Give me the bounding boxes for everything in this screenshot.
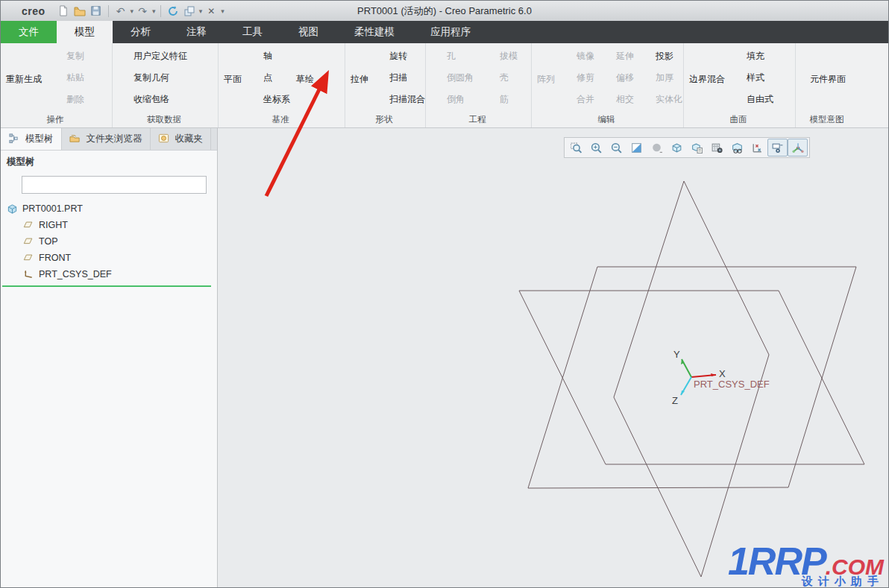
mirror-button[interactable]: 镜像 — [559, 45, 597, 67]
shell-button[interactable]: 壳 — [482, 67, 523, 89]
tab-file[interactable]: 文件 — [1, 21, 57, 43]
thicken-icon — [640, 72, 653, 84]
tree-settings-icon[interactable] — [175, 156, 189, 169]
tree-item-PRT0001.PRT[interactable]: PRT0001.PRT — [1, 200, 217, 217]
boundary-blend-button[interactable]: 边界混合 — [687, 45, 727, 86]
swept-blend-button[interactable]: 扫描混合 — [371, 89, 427, 110]
draft-button[interactable]: 拔模 — [482, 45, 523, 67]
toolbar-options-caret[interactable]: ▾ — [221, 7, 224, 15]
mirror-icon — [561, 50, 574, 63]
thicken-button[interactable]: 加厚 — [638, 67, 685, 89]
extend-button[interactable]: 延伸 — [598, 45, 636, 67]
sweep-icon — [374, 72, 386, 84]
copy-geometry-button[interactable]: 复制几何 — [116, 67, 189, 89]
redo-button[interactable]: ↷ — [135, 3, 150, 19]
hole-icon — [431, 50, 444, 63]
tab-分析[interactable]: 分析 — [113, 21, 169, 43]
tab-应用程序[interactable]: 应用程序 — [412, 21, 489, 43]
revolve-button[interactable]: 旋转 — [371, 45, 427, 67]
chevron-down-icon[interactable]: ▾ — [199, 7, 203, 15]
part-cube-icon — [7, 203, 18, 215]
pattern-button[interactable]: 阵列 — [535, 45, 557, 86]
graphics-area[interactable]: X Y Z PRT_CSYS_DEF 1RRP .COM 设计小助手 — [218, 128, 888, 588]
tree-item-PRT_CSYS_DEF[interactable]: PRT_CSYS_DEF — [1, 266, 217, 282]
save-button[interactable] — [89, 3, 104, 19]
svg-text:Y: Y — [673, 349, 680, 360]
csys-triad[interactable]: X Y Z PRT_CSYS_DEF — [672, 349, 770, 406]
tree-tools-icon[interactable] — [153, 156, 166, 169]
ribbon-group-get-data: 用户定义特征 复制几何 收缩包络 获取数据 — [113, 43, 219, 127]
paste-button[interactable]: 粘贴 — [48, 67, 89, 89]
delete-icon — [51, 93, 63, 106]
trim-button[interactable]: 修剪 — [559, 67, 597, 89]
hole-button[interactable]: 孔 — [429, 45, 479, 67]
point-icon — [248, 72, 260, 84]
regenerate-small-button[interactable] — [166, 3, 180, 19]
tab-视图[interactable]: 视图 — [280, 21, 336, 43]
csys-button[interactable]: 坐标系 — [245, 89, 292, 110]
group-label-model-intent[interactable]: 模型意图 — [796, 112, 860, 127]
favorites-icon — [158, 133, 172, 146]
swept-blend-icon — [374, 93, 386, 106]
ribbon-group-model-intent: 元件界面 模型意图 — [796, 43, 860, 127]
tree-item-TOP[interactable]: TOP — [1, 233, 217, 250]
ribbon-group-editing: 阵列 镜像 修剪 合并 — [532, 43, 684, 127]
group-label-editing[interactable]: 编辑 — [532, 112, 683, 127]
tree-item-FRONT[interactable]: FRONT — [1, 250, 217, 266]
group-label-datum[interactable]: 基准 — [219, 112, 345, 127]
merge-button[interactable]: 合并 — [559, 89, 597, 110]
ribbon-group-operations: 重新生成 复制 粘贴 删除 — [1, 43, 113, 127]
tree-item-RIGHT[interactable]: RIGHT — [1, 217, 217, 233]
tab-注释[interactable]: 注释 — [169, 21, 224, 43]
close-window-button[interactable]: ✕ — [204, 3, 219, 19]
tree-filter-field[interactable] — [22, 176, 207, 194]
tree-search-icon[interactable] — [198, 156, 211, 169]
chamfer-button[interactable]: 倒角 — [429, 89, 479, 110]
regenerate-button[interactable]: 重新生成 — [4, 45, 44, 86]
tab-柔性建模[interactable]: 柔性建模 — [336, 21, 412, 43]
fill-button[interactable]: 填充 — [729, 45, 776, 67]
navigator-tab-文件夹浏览器[interactable]: 文件夹浏览器 — [62, 128, 151, 150]
navigator-tab-模型树[interactable]: 模型树 — [1, 128, 62, 150]
group-label-engineering[interactable]: 工程 — [426, 112, 531, 127]
freestyle-button[interactable]: 自由式 — [729, 89, 776, 110]
group-label-operations[interactable]: 操作 — [1, 112, 112, 127]
udf-button[interactable]: 用户定义特征 — [116, 45, 189, 67]
intersect-button[interactable]: 相交 — [598, 89, 636, 110]
tab-模型[interactable]: 模型 — [57, 21, 113, 43]
watermark: 1RRP .COM 设计小助手 — [728, 544, 884, 586]
model-tree-icon — [8, 133, 22, 146]
offset-button[interactable]: 偏移 — [598, 67, 636, 89]
group-label-surfaces[interactable]: 曲面 — [684, 112, 795, 127]
delete-button[interactable]: 删除 — [48, 89, 89, 110]
component-interface-button[interactable]: 元件界面 — [808, 45, 848, 86]
rib-button[interactable]: 筋 — [482, 89, 523, 110]
filter-funnel-icon[interactable] — [5, 178, 19, 192]
tree-filter-row — [1, 174, 217, 196]
shrinkwrap-button[interactable]: 收缩包络 — [116, 89, 189, 110]
project-button[interactable]: 投影 — [638, 45, 685, 67]
new-file-button[interactable] — [56, 3, 71, 19]
axis-button[interactable]: 轴 — [245, 45, 292, 67]
point-button[interactable]: 点 — [245, 67, 292, 89]
chevron-down-icon[interactable]: ▾ — [131, 7, 134, 15]
solidify-button[interactable]: 实体化 — [638, 89, 685, 110]
round-button[interactable]: 倒圆角 — [429, 67, 479, 89]
tab-工具[interactable]: 工具 — [224, 21, 280, 43]
undo-button[interactable]: ↶ — [113, 3, 128, 19]
copy-button[interactable]: 复制 — [48, 45, 89, 67]
ribbon: 重新生成 复制 粘贴 删除 — [1, 43, 888, 128]
shell-icon — [484, 72, 497, 84]
extrude-button[interactable]: 拉伸 — [348, 45, 371, 86]
plane-button[interactable]: 平面 — [222, 45, 244, 86]
chevron-down-icon[interactable]: ▾ — [152, 7, 156, 15]
open-folder-button[interactable] — [72, 3, 87, 19]
navigator-tab-收藏夹[interactable]: 收藏夹 — [151, 128, 212, 150]
group-label-shapes[interactable]: 形状 — [345, 112, 425, 127]
tree-filter-input[interactable] — [25, 179, 203, 191]
style-button[interactable]: 样式 — [729, 67, 776, 89]
window-switch-button[interactable] — [182, 3, 197, 19]
group-label-get-data[interactable]: 获取数据 — [113, 112, 218, 127]
sketch-button[interactable]: 草绘 — [294, 45, 316, 86]
sweep-button[interactable]: 扫描 — [371, 67, 427, 89]
